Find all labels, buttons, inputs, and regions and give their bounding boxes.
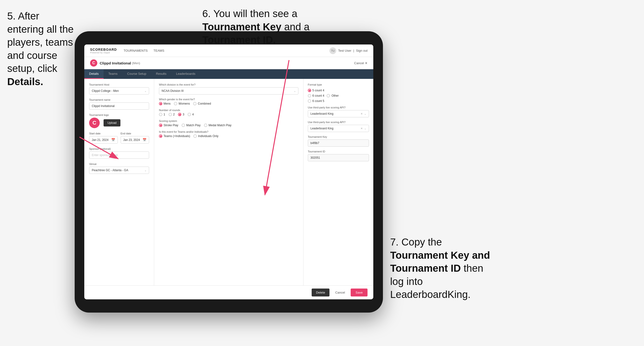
sign-out-link[interactable]: Sign out [356,48,368,53]
scoring-group: Scoring system Stroke Play Match Play [159,120,298,127]
delete-button[interactable]: Delete [312,289,330,297]
radio-round2-circle [168,113,172,116]
venue-label: Venue [89,163,149,166]
cancel-link[interactable]: Cancel ✕ [354,61,368,65]
division-chevron-icon: ⌄ [294,90,296,92]
third-party2-group: Use third-party live scoring API? Leader… [308,121,369,132]
format-row: 5 count 4 6 count 4 6 count 5 [308,89,369,103]
format-5count4[interactable]: 5 count 4 [308,89,324,92]
page-title: Clippd Invitational [100,61,131,65]
format-type-group: Format type 5 count 4 6 count 4 [308,83,369,103]
scoring-radio-group: Stroke Play Match Play Medal Match Play [159,124,298,127]
radio-womens-circle [174,102,177,105]
tab-bar: Details Teams Course Setup Results Leade… [84,69,373,79]
radio-individuals-circle [194,134,197,138]
tab-teams[interactable]: Teams [104,69,122,79]
venue-chevron-icon: ⌄ [144,169,146,172]
tournament-host-select[interactable]: Clippd College - Men ⌄ [89,87,149,95]
nav-tournaments[interactable]: TOURNAMENTS [124,48,148,53]
tournament-host-label: Tournament Host [89,83,149,86]
round-2[interactable]: 2 [168,113,175,116]
save-button[interactable]: Save [351,289,368,297]
scoring-match[interactable]: Match Play [182,124,200,127]
round-4[interactable]: 4 [188,113,194,116]
third-party2-label: Use third-party live scoring API? [308,121,369,124]
scoring-stroke[interactable]: Stroke Play [159,124,178,127]
tournament-key-group: Tournament Key b4f8b7 [308,135,369,147]
sponsor-group: Sponsor (optional) Enter sponsor name [89,147,149,159]
start-date-input[interactable]: Jan 21, 2024 📅 [89,136,118,144]
annotation-bottom-right: 7. Copy the Tournament Key and Tournamen… [390,236,494,301]
format-other[interactable]: Other [326,94,338,97]
tab-leaderboards[interactable]: Leaderboards [171,69,200,79]
tournament-key-label: Tournament Key [308,135,369,138]
teams-label: Is this event for Teams and/or Individua… [159,130,298,133]
tournament-host-group: Tournament Host Clippd College - Men ⌄ [89,83,149,95]
gender-mens[interactable]: Mens [159,102,170,105]
format-type-label: Format type [308,83,369,86]
nav-teams[interactable]: TEAMS [154,48,164,53]
annotation-left: 5. After entering all the players, teams… [7,10,77,88]
end-date-group: End date Jan 23, 2024 📅 [121,132,149,144]
page-header: C Clippd Invitational (Men) Cancel ✕ [84,57,373,69]
third-party2-select[interactable]: Leaderboard King ✕ ⌄ [308,125,369,132]
tab-results[interactable]: Results [151,69,171,79]
tab-course-setup[interactable]: Course Setup [122,69,151,79]
logo-sub: Powered by clippd [90,51,117,54]
radio-combined-circle [193,102,196,105]
division-label: Which division is the event for? [159,83,298,86]
sponsor-label: Sponsor (optional) [89,147,149,150]
date-row: Start date Jan 21, 2024 📅 End date Jan 2… [89,132,149,144]
right-column: Format type 5 count 4 6 count 4 [304,79,373,285]
tablet-screen: SCOREBOARD Powered by clippd TOURNAMENTS… [84,44,373,299]
division-group: Which division is the event for? NCAA Di… [159,83,298,95]
radio-5count4-circle [308,89,311,92]
scoring-medal-match[interactable]: Medal Match Play [204,124,232,127]
third-party1-label: Use third-party live scoring API? [308,106,369,109]
gender-womens[interactable]: Womens [174,102,190,105]
radio-6count4-circle [308,94,311,97]
select-right-2: ✕ ⌄ [360,127,366,130]
logo-title: SCOREBOARD [90,48,117,51]
gender-combined[interactable]: Combined [193,102,211,105]
logo-upload-row: C Upload [89,118,149,128]
clear-icon-1: ✕ [360,112,363,115]
clear-icon-2: ✕ [360,127,363,130]
gender-group: Which gender is the event for? Mens Wome… [159,98,298,105]
nav-right: TU Test User | Sign out [330,47,368,54]
radio-mens-circle [159,102,162,105]
tournament-name-label: Tournament name [89,98,149,101]
sponsor-input[interactable]: Enter sponsor name [89,152,149,159]
round-3[interactable]: 3 [178,113,184,116]
close-icon: ✕ [365,61,368,65]
chevron-down-icon-2: ⌄ [364,127,366,130]
third-party1-select[interactable]: Leaderboard King ✕ ⌄ [308,110,369,117]
calendar-icon-end: 📅 [142,138,146,142]
tournament-name-input[interactable]: Clippd Invitational [89,102,149,110]
annotation-top-right: 6. You will then see a Tournament Key an… [202,7,337,47]
annotation-bottom-right-text: 7. Copy the Tournament Key and Tournamen… [390,236,490,300]
radio-round4-circle [188,113,191,116]
format-6count5[interactable]: 6 count 5 [308,99,324,103]
scoring-label: Scoring system [159,120,298,122]
tournament-id-value: 302051 [308,154,369,161]
page-subtitle: (Men) [132,61,140,65]
venue-select[interactable]: Peachtree GC - Atlanta - GA ⌄ [89,167,149,174]
format-6count4[interactable]: 6 count 4 [308,94,324,97]
teams-group: Is this event for Teams and/or Individua… [159,130,298,138]
end-date-input[interactable]: Jan 23, 2024 📅 [121,136,149,144]
footer-cancel-button[interactable]: Cancel [332,289,348,297]
start-date-group: Start date Jan 21, 2024 📅 [89,132,118,144]
division-select[interactable]: NCAA Division III ⌄ [159,87,298,95]
teams-with-individuals[interactable]: Teams (+Individuals) [159,134,190,138]
radio-medal-circle [204,124,207,127]
upload-button[interactable]: Upload [104,119,120,127]
tab-details[interactable]: Details [84,69,104,79]
individuals-only[interactable]: Individuals Only [194,134,218,138]
logo-preview: C [89,118,100,128]
teams-radio-group: Teams (+Individuals) Individuals Only [159,134,298,138]
tournament-key-value: b4f8b7 [308,140,369,147]
round-1[interactable]: 1 [159,113,165,116]
radio-teams-circle [159,134,162,138]
user-name: Test User [338,49,352,52]
